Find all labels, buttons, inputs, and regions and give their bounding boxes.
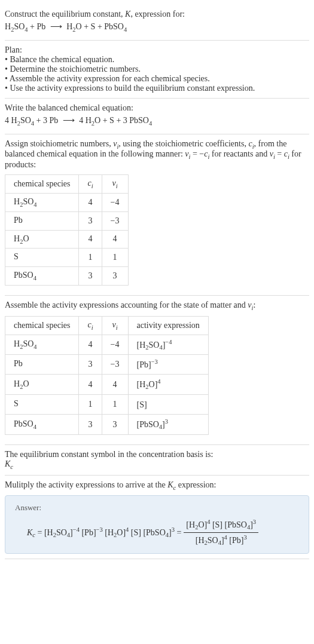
symbol-section: The equilibrium constant symbol in the c… [5, 445, 309, 476]
col-activity: activity expression [128, 316, 208, 335]
table-header-row: chemical species ci νi [5, 175, 129, 194]
table-row: H2O44[H2O]4 [5, 375, 209, 394]
balanced-reaction: 4 H2SO4 + 3 Pb ⟶ 4 H2O + S + 3 PbSO4 [5, 115, 309, 127]
plan-section: Plan: • Balance the chemical equation. •… [5, 41, 309, 99]
col-species: chemical species [5, 316, 79, 335]
table-row: H2SO44−4 [5, 193, 129, 211]
col-ci: ci [79, 316, 102, 335]
table-row: PbSO433[PbSO4]3 [5, 415, 209, 434]
fraction-denominator: [H2SO4]4 [Pb]3 [193, 533, 249, 546]
plan-item: • Use the activity expressions to build … [5, 84, 309, 93]
assign-section: Assign stoichiometric numbers, νi, using… [5, 134, 309, 296]
assemble-text: Assemble the activity expressions accoun… [5, 300, 309, 311]
plan-title: Plan: [5, 45, 309, 55]
kc-expression: Kc = [H2SO4]−4 [Pb]−3 [H2O]4 [S] [PbSO4]… [15, 519, 299, 546]
question-text: Construct the equilibrium constant, K, e… [5, 10, 309, 19]
question-header: Construct the equilibrium constant, K, e… [5, 5, 309, 41]
multiply-text: Mulitply the activity expressions to arr… [5, 480, 309, 491]
assemble-section: Assemble the activity expressions accoun… [5, 296, 309, 445]
plan-item: • Determine the stoichiometric numbers. [5, 65, 309, 74]
table-row: H2O44 [5, 230, 129, 249]
col-ci: ci [79, 175, 102, 194]
col-species: chemical species [5, 175, 79, 194]
answer-label: Answer: [15, 503, 299, 513]
table-row: Pb3−3[Pb]−3 [5, 355, 209, 375]
activity-table: chemical species ci νi activity expressi… [5, 316, 209, 435]
table-row: H2SO44−4[H2SO4]−4 [5, 335, 209, 354]
table-row: PbSO433 [5, 267, 129, 286]
table-row: Pb3−3 [5, 211, 129, 230]
multiply-section: Mulitply the activity expressions to arr… [5, 476, 309, 560]
stoichiometry-table: chemical species ci νi H2SO44−4 Pb3−3 H2… [5, 174, 129, 286]
answer-box: Answer: Kc = [H2SO4]−4 [Pb]−3 [H2O]4 [S]… [5, 495, 309, 554]
plan-item: • Assemble the activity expression for e… [5, 74, 309, 84]
reaction-arrow-icon: ⟶ [50, 22, 62, 32]
symbol-text: The equilibrium constant symbol in the c… [5, 450, 309, 459]
col-vi: νi [102, 316, 128, 335]
table-header-row: chemical species ci νi activity expressi… [5, 316, 209, 335]
table-row: S11 [5, 249, 129, 267]
kc-fraction: [H2O]4 [S] [PbSO4]3 [H2SO4]4 [Pb]3 [184, 519, 258, 546]
reaction-arrow-icon: ⟶ [63, 115, 75, 125]
balanced-section: Write the balanced chemical equation: 4 … [5, 99, 309, 134]
kc-symbol: Kc [5, 459, 309, 470]
unbalanced-reaction: H2SO4 + Pb ⟶ H2O + S + PbSO4 [5, 22, 309, 33]
fraction-numerator: [H2O]4 [S] [PbSO4]3 [184, 519, 258, 532]
table-row: S11[S] [5, 394, 209, 414]
col-vi: νi [102, 175, 128, 194]
plan-item: • Balance the chemical equation. [5, 55, 309, 65]
assign-text: Assign stoichiometric numbers, νi, using… [5, 139, 309, 170]
balanced-intro: Write the balanced chemical equation: [5, 103, 309, 113]
